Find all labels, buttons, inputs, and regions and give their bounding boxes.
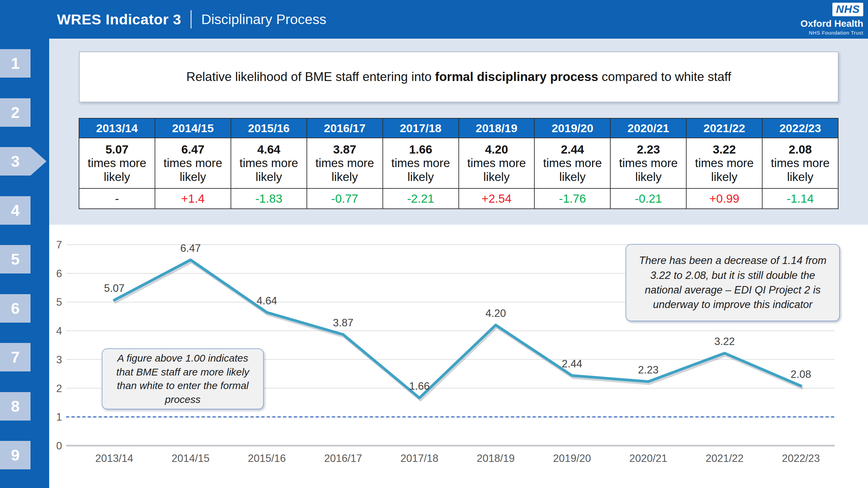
- sidebar-item-label: 8: [0, 397, 31, 415]
- year-header-cell: 2019/20: [535, 119, 610, 138]
- data-label: 2.44: [562, 358, 582, 370]
- value-caption: times more likely: [462, 156, 531, 184]
- sidebar-item-label: 1: [0, 54, 31, 73]
- y-axis-label: 0: [56, 440, 62, 452]
- y-axis-label: 1: [56, 411, 62, 423]
- data-label: 3.87: [333, 317, 353, 329]
- sidebar-item-label: 3: [0, 152, 31, 170]
- delta-cell: -1.14: [763, 189, 838, 208]
- x-axis-label: 2017/18: [400, 452, 438, 464]
- table-column: 2018/194.20times more likely+2.54: [458, 119, 534, 208]
- y-axis-label: 2: [56, 383, 62, 394]
- value-cell: 1.66times more likely: [383, 138, 458, 189]
- annotation-left: A figure above 1.00 indicates that BME s…: [102, 348, 264, 409]
- year-header-cell: 2014/15: [155, 119, 231, 138]
- value-cell: 2.23times more likely: [611, 138, 686, 189]
- x-axis-label: 2021/22: [706, 452, 744, 464]
- value-caption: times more likely: [158, 156, 228, 184]
- page-title-sub: Disciplinary Process: [201, 12, 326, 27]
- x-axis-label: 2022/23: [782, 452, 820, 464]
- delta-cell: +0.99: [687, 189, 762, 208]
- y-axis-label: 4: [56, 325, 62, 337]
- sidebar-item-4[interactable]: 4: [0, 196, 31, 225]
- data-label: 2.08: [791, 368, 811, 380]
- page-title-main: WRES Indicator 3: [57, 11, 181, 28]
- value-cell: 4.20times more likely: [459, 138, 534, 189]
- delta-cell: -2.21: [383, 189, 458, 208]
- value-number: 3.87: [333, 143, 356, 156]
- delta-cell: +1.4: [155, 189, 231, 208]
- table-column: 2019/202.44times more likely-1.76: [534, 119, 610, 208]
- y-axis-label: 5: [56, 296, 62, 308]
- value-number: 3.22: [713, 143, 736, 156]
- sidebar-item-label: 4: [0, 201, 31, 220]
- org-name: Oxford Health: [801, 19, 863, 28]
- value-number: 4.20: [485, 143, 508, 156]
- x-axis-label: 2016/17: [324, 452, 362, 464]
- data-table: 2013/145.07times more likely-2014/156.47…: [79, 118, 839, 209]
- year-header-cell: 2021/22: [687, 119, 762, 138]
- value-cell: 5.07times more likely: [79, 138, 155, 189]
- sidebar-item-7[interactable]: 7: [0, 343, 31, 371]
- sidebar-item-2[interactable]: 2: [0, 98, 31, 127]
- value-cell: 2.44times more likely: [535, 138, 610, 189]
- value-number: 6.47: [181, 143, 204, 156]
- table-column: 2022/232.08times more likely-1.14: [762, 119, 838, 208]
- nhs-logo-box: NHS: [832, 3, 863, 16]
- sidebar-item-8[interactable]: 8: [0, 392, 31, 421]
- x-axis-label: 2014/15: [172, 452, 210, 464]
- x-axis-label: 2018/19: [477, 452, 515, 464]
- data-label: 2.23: [638, 364, 658, 376]
- data-label: 3.22: [714, 336, 735, 347]
- sidebar-item-5[interactable]: 5: [0, 245, 31, 273]
- sidebar-item-label: 9: [0, 446, 31, 464]
- delta-cell: -1.83: [231, 189, 307, 208]
- value-number: 1.66: [409, 143, 432, 156]
- table-column: 2017/181.66times more likely-2.21: [382, 119, 458, 208]
- sidebar-item-1[interactable]: 1: [0, 49, 31, 78]
- x-axis-label: 2013/14: [95, 452, 133, 464]
- value-caption: times more likely: [614, 156, 683, 184]
- value-cell: 3.22times more likely: [687, 138, 762, 189]
- sidebar-item-6[interactable]: 6: [0, 294, 31, 323]
- value-cell: 3.87times more likely: [307, 138, 382, 189]
- sidebar-item-label: 6: [0, 299, 31, 318]
- sidebar-item-label: 2: [0, 103, 31, 122]
- y-axis-label: 3: [56, 354, 62, 366]
- title-separator: [191, 10, 192, 28]
- table-column: 2013/145.07times more likely-: [79, 119, 155, 208]
- delta-cell: -: [79, 189, 155, 208]
- value-number: 2.44: [561, 143, 584, 156]
- y-axis-label: 7: [56, 239, 62, 251]
- year-header-cell: 2015/16: [231, 119, 307, 138]
- table-column: 2016/173.87times more likely-0.77: [307, 119, 382, 208]
- nhs-logo: NHS Oxford Health NHS Foundation Trust: [801, 3, 863, 35]
- delta-cell: -1.76: [535, 189, 610, 208]
- sidebar-item-label: 5: [0, 250, 31, 268]
- year-header-cell: 2018/19: [459, 119, 534, 138]
- table-column: 2020/212.23times more likely-0.21: [610, 119, 686, 208]
- value-caption: times more likely: [538, 156, 607, 184]
- data-label: 1.66: [409, 380, 430, 392]
- value-caption: times more likely: [386, 156, 455, 184]
- x-axis-label: 2020/21: [629, 452, 667, 464]
- value-caption: times more likely: [82, 156, 152, 184]
- data-label: 4.20: [486, 307, 506, 319]
- value-caption: times more likely: [234, 156, 303, 184]
- table-column: 2015/164.64times more likely-1.83: [231, 119, 307, 208]
- delta-cell: -0.77: [307, 189, 382, 208]
- y-axis-label: 6: [56, 268, 62, 280]
- value-caption: times more likely: [766, 156, 835, 184]
- header-bar: WRES Indicator 3 Disciplinary Process: [0, 0, 868, 39]
- year-header-cell: 2022/23: [763, 119, 838, 138]
- value-number: 2.08: [789, 143, 812, 156]
- data-label: 4.64: [257, 295, 277, 307]
- year-header-cell: 2017/18: [383, 119, 458, 138]
- sidebar-item-label: 7: [0, 348, 31, 366]
- value-caption: times more likely: [310, 156, 379, 184]
- year-header-cell: 2013/14: [79, 119, 155, 138]
- table-column: 2021/223.22times more likely+0.99: [686, 119, 762, 208]
- sidebar-item-9[interactable]: 9: [0, 441, 31, 469]
- annotation-right: There has been a decrease of 1.14 from 3…: [626, 244, 840, 321]
- subtitle-box: Relative likelihood of BME staff enterin…: [79, 52, 839, 102]
